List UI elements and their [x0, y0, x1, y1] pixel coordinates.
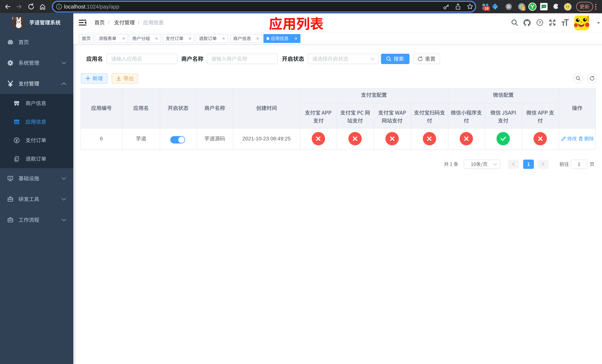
svg-text:⌘: ⌘ [507, 4, 511, 9]
svg-text:?: ? [538, 20, 541, 25]
